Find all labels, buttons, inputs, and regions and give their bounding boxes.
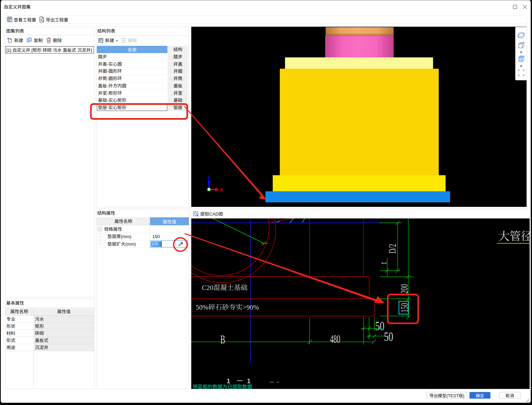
svg-text:480: 480 bbox=[330, 330, 340, 346]
svg-text:t: t bbox=[375, 262, 389, 264]
svg-text:150: 150 bbox=[396, 303, 411, 312]
svg-text:X: X bbox=[220, 188, 223, 192]
svg-text:—: — bbox=[237, 377, 242, 383]
svg-text:50: 50 bbox=[375, 316, 384, 334]
svg-text:50%碎石砂夯实>90%: 50%碎石砂夯实>90% bbox=[196, 302, 259, 311]
svg-text:Z: Z bbox=[207, 175, 210, 180]
svg-text:B: B bbox=[220, 330, 225, 347]
svg-text:D/2: D/2 bbox=[384, 244, 399, 253]
svg-text:大管径: 大管径 bbox=[498, 227, 530, 243]
svg-text:带蓝框的数据为已提取数据: 带蓝框的数据为已提取数据 bbox=[193, 383, 252, 389]
svg-text:200: 200 bbox=[396, 284, 411, 294]
svg-text:50: 50 bbox=[384, 327, 393, 344]
svg-text:C20混凝土基础: C20混凝土基础 bbox=[202, 282, 248, 292]
